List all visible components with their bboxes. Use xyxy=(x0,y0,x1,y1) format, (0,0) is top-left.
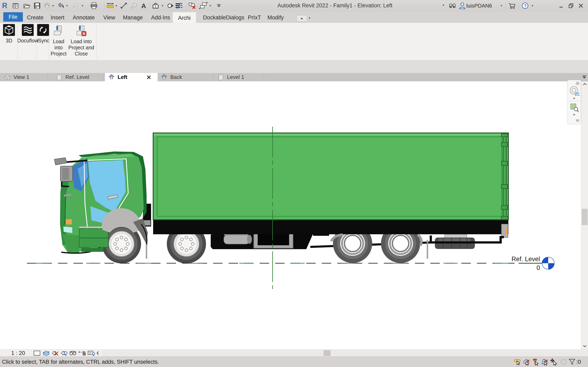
tab-insert[interactable]: Insert xyxy=(45,12,70,23)
ribbon-display-dropdown-icon[interactable]: ▾ xyxy=(308,16,311,20)
load-into-project-close-icon xyxy=(76,24,87,37)
view-tab-back[interactable]: Back xyxy=(158,73,206,81)
options-bar xyxy=(0,60,588,73)
level-annotation[interactable]: Ref. Level 0 xyxy=(511,256,554,271)
tag-by-category-icon[interactable]: 1 xyxy=(130,2,138,10)
view-tab-level1[interactable]: Level 1 xyxy=(215,73,265,81)
tab-file[interactable]: File xyxy=(3,12,23,22)
aligned-dimension-icon[interactable] xyxy=(120,2,128,10)
detail-level-icon[interactable] xyxy=(33,350,41,356)
undo-icon[interactable] xyxy=(57,2,65,10)
view-tab-ref-level[interactable]: Ref. Level xyxy=(52,73,105,81)
elevation-drawing[interactable]: Ref. Level 0 xyxy=(0,81,581,349)
collapse-search-icon[interactable]: ◂ xyxy=(441,3,445,7)
temporary-hide-isolate-icon[interactable] xyxy=(69,350,77,356)
close-button[interactable] xyxy=(576,1,586,10)
level-name[interactable]: Ref. Level xyxy=(511,256,540,263)
tab-create[interactable]: Create xyxy=(22,12,49,23)
sync-dropdown-icon[interactable]: ▾ xyxy=(52,4,55,7)
open-file-icon[interactable] xyxy=(23,2,31,10)
crop-view-icon[interactable] xyxy=(51,350,59,356)
switch-windows-dropdown-icon[interactable]: ▾ xyxy=(209,4,212,7)
select-pinned-elements-icon[interactable] xyxy=(532,358,539,366)
select-underlay-elements-icon[interactable] xyxy=(523,358,530,366)
section-icon[interactable] xyxy=(166,2,174,10)
thin-lines-icon[interactable] xyxy=(175,2,183,10)
truck-trailer-box[interactable] xyxy=(153,133,508,220)
tab-archi[interactable]: Archi xyxy=(173,12,196,24)
sync-with-central-icon[interactable] xyxy=(43,2,51,10)
drawing-area[interactable]: Ref. Level 0 xyxy=(0,81,581,349)
ribbon-display-toggle[interactable] xyxy=(296,15,307,22)
steering-wheel-2d-icon[interactable]: 2D xyxy=(569,85,580,96)
redo-icon[interactable] xyxy=(72,2,80,10)
user-avatar-icon[interactable] xyxy=(458,2,466,10)
load-into-project-button[interactable]: Load intoProject xyxy=(51,24,67,57)
navbar-close-icon[interactable] xyxy=(576,81,580,85)
switch-windows-icon[interactable] xyxy=(199,2,208,10)
wheel-dropdown-icon[interactable] xyxy=(572,97,576,100)
horizontal-scrollbar[interactable] xyxy=(102,350,581,356)
tab-modify[interactable]: Modify xyxy=(262,12,289,23)
default-3d-dropdown-icon[interactable]: ▾ xyxy=(161,4,164,7)
user-dropdown-icon[interactable]: ▾ xyxy=(500,4,503,7)
redo-dropdown-icon[interactable]: ▾ xyxy=(81,4,84,7)
measure-dropdown-icon[interactable]: ▾ xyxy=(115,4,118,7)
importer-3d-button[interactable]: 3D xyxy=(2,24,16,44)
scroll-up-icon[interactable] xyxy=(583,83,587,85)
default-3d-view-icon[interactable] xyxy=(151,2,160,10)
view-tab-view1[interactable]: View 1 xyxy=(0,73,47,81)
view-tab-left[interactable]: Left xyxy=(105,73,158,81)
vertical-scrollbar[interactable] xyxy=(581,81,588,349)
tab-view[interactable]: View xyxy=(98,12,121,23)
tab-add-ins[interactable]: Add-Ins xyxy=(146,12,175,23)
view-tab-list-dropdown-icon[interactable] xyxy=(581,74,587,80)
undo-dropdown-icon[interactable]: ▾ xyxy=(65,4,69,7)
horizontal-scroll-thumb[interactable] xyxy=(324,350,330,356)
navbar-options-icon[interactable] xyxy=(576,118,580,123)
revit-logo-icon[interactable]: R xyxy=(1,2,9,10)
text-icon[interactable]: A xyxy=(140,2,148,10)
tab-annotate[interactable]: Annotate xyxy=(67,12,100,23)
show-crop-region-icon[interactable] xyxy=(60,350,68,356)
save-icon[interactable] xyxy=(33,2,41,10)
view-scale[interactable]: 1 : 20 xyxy=(11,350,25,356)
load-into-project-and-close-button[interactable]: Load intoProject and Close xyxy=(67,24,95,57)
print-icon[interactable] xyxy=(90,2,98,10)
status-message: Click to select, TAB for alternates, CTR… xyxy=(2,359,159,365)
help-icon[interactable]: ? xyxy=(521,2,529,10)
vertical-scroll-thumb[interactable] xyxy=(582,209,588,225)
close-view-icon[interactable] xyxy=(146,75,151,80)
zoom-icon[interactable] xyxy=(570,103,579,112)
docuflow-button[interactable]: Docuflow xyxy=(20,24,35,44)
visual-style-icon[interactable] xyxy=(42,350,50,356)
help-dropdown-icon[interactable]: ▾ xyxy=(531,4,534,7)
panel-separator xyxy=(49,24,49,59)
select-elements-by-face-icon[interactable] xyxy=(541,358,548,366)
store-cart-icon[interactable] xyxy=(508,2,516,10)
user-name[interactable]: luisPDAN6 xyxy=(466,3,492,9)
minimize-button[interactable] xyxy=(557,1,566,10)
select-links-icon[interactable] xyxy=(514,358,521,366)
drag-elements-on-selection-icon[interactable] xyxy=(550,358,557,366)
scroll-down-icon[interactable] xyxy=(583,345,587,348)
temporary-view-properties-icon[interactable] xyxy=(87,350,95,356)
search-binoculars-icon[interactable] xyxy=(448,2,457,10)
filter-icon[interactable] xyxy=(568,358,576,366)
isync-button[interactable]: iSync xyxy=(37,24,49,44)
tab-manage[interactable]: Manage xyxy=(118,12,148,23)
truck-chassis[interactable] xyxy=(153,219,508,246)
filter-count[interactable]: :0 xyxy=(576,359,581,365)
toolbar-separator xyxy=(149,2,150,9)
ribbon-tab-bar: File Create Insert Annotate View Manage … xyxy=(0,11,588,23)
measure-icon[interactable] xyxy=(106,2,114,10)
close-hidden-windows-icon[interactable] xyxy=(188,2,196,10)
tab-dockabledialogs[interactable]: DockableDialogs xyxy=(198,12,250,23)
reveal-constraints-icon[interactable] xyxy=(78,350,86,356)
zoom-dropdown-icon[interactable] xyxy=(572,114,576,116)
customize-qat-icon[interactable] xyxy=(215,2,223,10)
level-elevation[interactable]: 0 xyxy=(536,264,540,271)
collapse-view-control-icon[interactable] xyxy=(95,350,100,356)
restore-button[interactable] xyxy=(566,1,576,10)
documents-icon[interactable] xyxy=(11,2,20,10)
